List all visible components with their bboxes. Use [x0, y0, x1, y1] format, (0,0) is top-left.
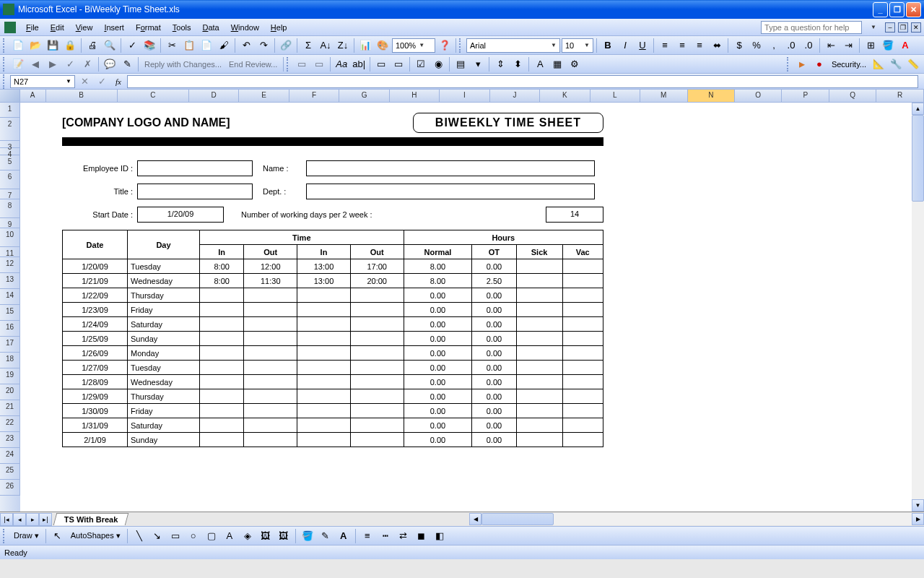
col-header-R[interactable]: R — [876, 90, 923, 102]
minimize-button[interactable]: _ — [873, 2, 888, 17]
col-ot[interactable]: OT — [472, 245, 516, 259]
cell-ot[interactable]: 0.00 — [472, 389, 516, 404]
wordart-icon[interactable]: A — [222, 528, 237, 544]
cell-sick[interactable] — [516, 433, 562, 447]
cell-normal[interactable]: 0.00 — [404, 418, 472, 433]
menu-edit[interactable]: Edit — [45, 20, 70, 35]
cell-in2[interactable] — [297, 433, 351, 447]
col-day[interactable]: Day — [128, 230, 200, 259]
cell-ot[interactable]: 0.00 — [472, 433, 516, 447]
print-icon[interactable]: 🖨 — [84, 38, 100, 53]
control-combo-icon[interactable]: ▾ — [470, 56, 486, 72]
cut-icon[interactable]: ✂ — [164, 38, 180, 53]
fill-color-draw-icon[interactable]: 🪣 — [300, 528, 315, 544]
cell-date[interactable]: 1/22/09 — [63, 288, 128, 303]
cell-out1[interactable]: 11:30 — [244, 274, 297, 288]
toolbar-handle-3[interactable] — [3, 57, 7, 72]
cell-out1[interactable] — [244, 361, 297, 375]
cell-sick[interactable] — [516, 389, 562, 404]
cell-out1[interactable] — [244, 404, 297, 418]
3d-icon[interactable]: ◧ — [432, 528, 448, 544]
start-date-field[interactable]: 1/20/09 — [137, 207, 224, 223]
cell-out2[interactable]: 20:00 — [350, 274, 404, 288]
sheet-tab-active[interactable]: TS With Break — [53, 513, 129, 525]
ink-icon[interactable]: ✎ — [119, 56, 135, 72]
cell-out2[interactable] — [350, 303, 404, 317]
paste-icon[interactable]: 📄 — [199, 38, 214, 53]
controls-icon[interactable]: 🔧 — [888, 56, 904, 72]
vba-icon[interactable]: 📐 — [871, 56, 886, 72]
doc-restore-button[interactable]: ❐ — [898, 22, 908, 33]
table-row[interactable]: 1/25/09 Sunday 0.00 0.00 — [63, 332, 603, 346]
cell-in1[interactable] — [200, 361, 244, 375]
row-header-22[interactable]: 22 — [0, 416, 20, 432]
select-all-corner[interactable] — [0, 90, 20, 102]
comment-icon[interactable]: 💬 — [102, 56, 118, 72]
oval-icon[interactable]: ○ — [186, 528, 201, 544]
control-more-icon[interactable]: ⚙ — [567, 56, 583, 72]
name-field[interactable] — [306, 160, 595, 176]
scroll-up-icon[interactable]: ▲ — [912, 103, 924, 115]
table-row[interactable]: 1/29/09 Thursday 0.00 0.00 — [63, 389, 603, 404]
cell-date[interactable]: 1/28/09 — [63, 375, 128, 389]
col-header-H[interactable]: H — [390, 90, 440, 102]
clipart-icon[interactable]: 🖼 — [258, 528, 274, 544]
cell-out2[interactable] — [350, 418, 404, 433]
cell-out2[interactable] — [350, 361, 404, 375]
cell-in1[interactable]: 8:00 — [200, 259, 244, 274]
row-header-12[interactable]: 12 — [0, 257, 20, 273]
cell-normal[interactable]: 0.00 — [404, 303, 472, 317]
row-header-2[interactable]: 2 — [0, 118, 20, 141]
cell-day[interactable]: Tuesday — [128, 361, 200, 375]
cell-ot[interactable]: 0.00 — [472, 332, 516, 346]
merge-icon[interactable]: ⬌ — [709, 38, 725, 53]
cell-sick[interactable] — [516, 346, 562, 361]
arrow-icon[interactable]: ↘ — [149, 528, 165, 544]
table-row[interactable]: 1/26/09 Monday 0.00 0.00 — [63, 346, 603, 361]
percent-icon[interactable]: % — [749, 38, 764, 53]
cell-date[interactable]: 1/24/09 — [63, 317, 128, 332]
cell-out1[interactable] — [244, 346, 297, 361]
align-right-icon[interactable]: ≡ — [692, 38, 707, 53]
dept-field[interactable] — [306, 184, 595, 199]
align-left-icon[interactable]: ≡ — [657, 38, 673, 53]
copy-icon[interactable]: 📋 — [181, 38, 197, 53]
italic-icon[interactable]: I — [617, 38, 633, 53]
row-header-23[interactable]: 23 — [0, 432, 20, 448]
form-ab-icon[interactable]: ab| — [351, 56, 367, 72]
cell-day[interactable]: Tuesday — [128, 259, 200, 274]
row-header-18[interactable]: 18 — [0, 353, 20, 368]
toolbar-handle-5[interactable] — [787, 57, 791, 72]
scroll-right-icon[interactable]: ▶ — [912, 513, 924, 525]
cell-normal[interactable]: 8.00 — [404, 259, 472, 274]
save-icon[interactable]: 💾 — [45, 38, 61, 53]
cell-day[interactable]: Friday — [128, 303, 200, 317]
vertical-scrollbar[interactable]: ▲ ▼ — [912, 103, 924, 512]
employee-id-field[interactable] — [137, 160, 253, 176]
row-header-9[interactable]: 9 — [0, 218, 20, 228]
cell-day[interactable]: Sunday — [128, 433, 200, 447]
comma-icon[interactable]: , — [766, 38, 782, 53]
cell-vac[interactable] — [562, 433, 603, 447]
cell-out2[interactable] — [350, 404, 404, 418]
cell-in2[interactable] — [297, 361, 351, 375]
row-header-10[interactable]: 10 — [0, 228, 20, 247]
col-header-B[interactable]: B — [46, 90, 118, 102]
col-out2[interactable]: Out — [350, 245, 404, 259]
cell-out1[interactable] — [244, 389, 297, 404]
scroll-left-icon[interactable]: ◀ — [469, 513, 481, 525]
borders-icon[interactable]: ⊞ — [863, 38, 879, 53]
cell-sick[interactable] — [516, 317, 562, 332]
cell-date[interactable]: 1/23/09 — [63, 303, 128, 317]
cell-vac[interactable] — [562, 346, 603, 361]
toolbar-handle-6[interactable] — [3, 74, 7, 89]
spellcheck-icon[interactable]: ✓ — [124, 38, 140, 53]
reply-changes-button[interactable]: Reply with Changes... — [141, 60, 225, 69]
control-button-icon[interactable]: ▭ — [391, 56, 406, 72]
row-header-13[interactable]: 13 — [0, 273, 20, 289]
form-aa-icon[interactable]: Aa — [334, 56, 349, 72]
row-header-24[interactable]: 24 — [0, 448, 20, 464]
cell-normal[interactable]: 0.00 — [404, 346, 472, 361]
col-date[interactable]: Date — [63, 230, 128, 259]
control-image-icon[interactable]: ▦ — [549, 56, 565, 72]
